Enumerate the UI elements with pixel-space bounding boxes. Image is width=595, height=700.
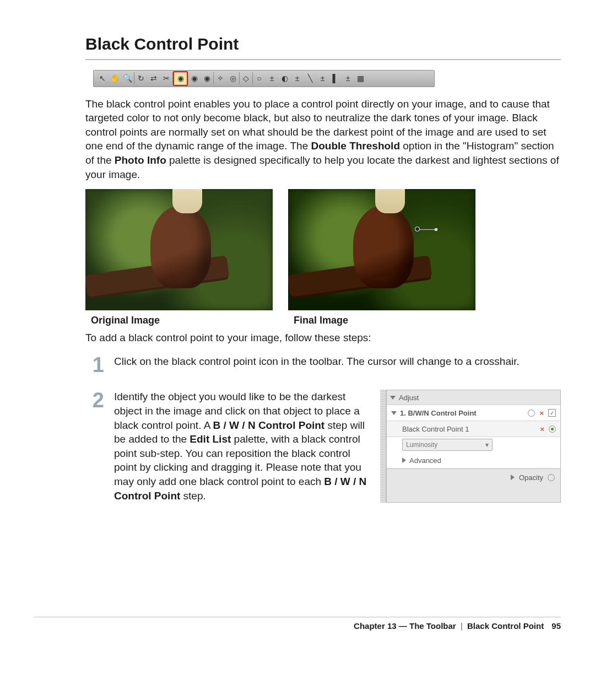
dcurve-icon[interactable]: ◎ (226, 72, 239, 85)
addsub1-icon[interactable]: ± (266, 72, 278, 85)
image-row: Original Image Final Image (85, 189, 561, 327)
bwn-heading-label: 1. B/W/N Control Point (400, 408, 477, 418)
footer-page-number: 95 (551, 621, 561, 631)
s2-b1: B / W / N Control Point (213, 419, 325, 431)
page-footer: Chapter 13 — The Toolbar | Black Control… (354, 621, 561, 632)
show-radio[interactable] (549, 426, 556, 433)
pointer-icon[interactable]: ↖ (96, 72, 109, 85)
opacity-label[interactable]: Opacity (519, 473, 543, 483)
delete-icon[interactable]: × (540, 424, 544, 434)
addsub4-icon[interactable]: ± (342, 72, 354, 85)
step-1: 1 Click on the black control point icon … (85, 354, 561, 375)
page-title: Black Control Point (85, 33, 561, 56)
white-cp-icon[interactable]: ◉ (201, 72, 213, 85)
panel-adjust-header[interactable]: Adjust (387, 390, 560, 405)
zoom-icon[interactable]: 🔍 (121, 72, 134, 85)
step-1-number: 1 (85, 354, 104, 375)
dropdown-value: Luminosity (406, 440, 437, 449)
chevron-down-icon: ▾ (485, 440, 489, 449)
final-image (288, 189, 475, 310)
panel-grip[interactable] (380, 390, 386, 503)
original-image-block: Original Image (85, 189, 273, 327)
panel-luminosity-row: Luminosity ▾ (387, 437, 560, 453)
edit-list-panel: Adjust 1. B/W/N Control Point × ✓ Black … (380, 390, 561, 503)
black-cp-label: Black Control Point 1 (402, 424, 469, 434)
disclosure-down-icon (390, 396, 396, 400)
auto-levels-icon[interactable]: ✧ (214, 72, 226, 85)
addsub3-icon[interactable]: ± (316, 72, 329, 85)
disclosure-down-icon (391, 411, 397, 415)
panel-advanced-row[interactable]: Advanced (387, 453, 560, 469)
straighten-icon[interactable]: ⇄ (147, 72, 160, 85)
hand-icon[interactable]: ✋ (109, 72, 121, 85)
step-1-text: Click on the black control point icon in… (114, 354, 520, 375)
black-cp-icon[interactable]: ◉ (173, 71, 188, 86)
enable-checkbox[interactable]: ✓ (548, 409, 556, 417)
advanced-label: Advanced (409, 456, 441, 466)
crop-icon[interactable]: ✂ (160, 72, 172, 85)
panel-bwn-heading[interactable]: 1. B/W/N Control Point × ✓ (387, 405, 560, 421)
step-2: 2 Identify the object you would like to … (85, 390, 561, 503)
gradient-icon[interactable]: ╲ (304, 72, 316, 85)
opacity-radio[interactable] (548, 474, 555, 481)
delete-icon[interactable]: × (539, 408, 544, 418)
intro-d-bold: Photo Info (115, 154, 166, 166)
panel-footer: Opacity (387, 469, 560, 486)
s2-p: step. (183, 490, 206, 502)
fill-icon[interactable]: ▦ (354, 72, 367, 85)
panel-black-cp-item[interactable]: Black Control Point 1 × (387, 421, 560, 437)
final-caption: Final Image (294, 314, 475, 327)
linear-grad-icon[interactable]: ◐ (278, 72, 291, 85)
lasso-icon[interactable]: ◇ (240, 72, 252, 85)
neutral-cp-icon[interactable]: ◉ (188, 72, 201, 85)
selection-brush-icon[interactable]: ▌ (329, 72, 342, 85)
step-2-number: 2 (85, 390, 104, 503)
control-point-overlay[interactable] (415, 227, 437, 231)
toolbar: ↖✋🔍↻⇄✂◉◉◉✧◎◇○±◐±╲±▌±▦ (93, 70, 435, 87)
s2-b2: Edit List (190, 433, 231, 445)
step-2-text: Identify the object you would like to be… (114, 390, 370, 503)
title-rule (85, 59, 561, 60)
footer-rule (34, 617, 561, 617)
luminosity-dropdown[interactable]: Luminosity ▾ (402, 439, 493, 451)
disclosure-right-icon (511, 475, 515, 480)
footer-section: Black Control Point (467, 621, 544, 631)
original-caption: Original Image (91, 314, 273, 327)
intro-b-bold: Double Threshold (311, 140, 400, 152)
steps-intro: To add a black control point to your ima… (85, 331, 561, 345)
steps-list: 1 Click on the black control point icon … (85, 354, 561, 503)
addsub2-icon[interactable]: ± (291, 72, 304, 85)
rotate-icon[interactable]: ↻ (134, 72, 147, 85)
original-image (85, 189, 273, 310)
intro-paragraph: The black control point enables you to p… (85, 97, 561, 182)
link-icon[interactable] (528, 410, 535, 417)
disclosure-right-icon (402, 457, 406, 463)
color-cp-icon[interactable]: ○ (253, 72, 266, 85)
footer-chapter: Chapter 13 — The Toolbar (354, 621, 456, 631)
final-image-block: Final Image (288, 189, 475, 327)
adjust-label: Adjust (399, 393, 419, 403)
